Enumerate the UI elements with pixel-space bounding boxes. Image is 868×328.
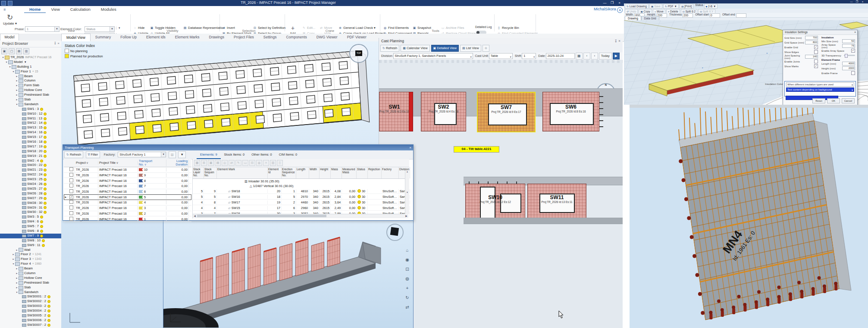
tree-item-sw30006-2[interactable]: SW30006 : 2 [0,318,61,323]
reset-button[interactable]: Reset [812,98,825,103]
grid-tool-icon[interactable]: ⊟ [249,160,255,166]
tree-item-sw25-27[interactable]: SW25 : 27 [0,187,61,191]
tree-item-sw6-8[interactable]: SW6 : 8 [0,229,61,234]
tree-item-column[interactable]: ▸Column [0,78,61,83]
viewer-tab-pdf-viewer[interactable]: PDF Viewer [342,34,371,41]
eye-icon[interactable]: ◉ [404,256,410,263]
tree-item-sw30002-2[interactable]: SW30002 : 2 [0,299,61,304]
today-button[interactable]: Today [599,53,612,59]
grid-tool-icon[interactable]: ▣ [208,160,214,166]
tree-item-hollow-core[interactable]: ▸Hollow Core [0,88,61,93]
user-badge[interactable]: MichalSikora A [583,7,623,13]
row-checkbox[interactable]: ✓ [69,195,73,199]
ribbon-item-find-elements[interactable]: ◍ Find Elements [383,26,409,30]
tree-item-sw30001-2[interactable]: SW30001 : 2 [0,294,61,299]
field-offset-end[interactable] [736,13,746,18]
grid-tool-icon[interactable]: ⊞ [201,160,207,166]
grid-tool-icon[interactable]: ▯ [277,160,283,166]
tree-item-sw30004-2[interactable]: SW30004 : 2 [0,309,61,313]
setting-field[interactable]: 75 [842,44,855,48]
scroll-left-icon[interactable]: ◀ [193,214,197,218]
viewer-tab-follow-up[interactable]: Follow Up [116,34,141,41]
tree-item-sw29-31[interactable]: SW29 : 31 [0,206,61,210]
setting-checkbox[interactable]: ✓ [814,45,818,49]
ribbon-item-edit-[interactable]: ✎ Edit... [302,26,315,30]
tree-item-model[interactable]: ▾Model▼ [0,60,61,65]
ribbon-item-recycle-bin[interactable]: ▯ Recycle Bin [497,26,519,30]
transport-row[interactable]: ▶✓TR_2026IMPACT Precast 1650,00 [64,194,191,200]
transport-row[interactable]: TR_2026IMPACT Precast 1610,00 [64,216,191,222]
viewer-tab-model-view[interactable]: Model View [61,34,91,41]
status-select[interactable]: ■ 2-B ▼ [704,4,718,9]
color-mode-select[interactable]: When different insulation types are used… [786,82,854,87]
tree-item-sw30005-2[interactable]: SW30005 : 2 [0,313,61,318]
stack-icon-button[interactable]: ▥ [169,151,176,158]
cast-view-list-view[interactable]: ▤ List View [460,45,481,52]
cancel-button[interactable]: Cancel [842,98,855,103]
setting-checkbox[interactable]: ✓ [851,49,855,53]
dropdown-button[interactable]: ▼ [178,151,185,158]
element-row[interactable]: 48▱ SW17192446034026153,640,0030StruSoft… [193,200,409,205]
cast-view-detailed-view[interactable]: ▣ Detailed View [431,45,459,52]
tree-item-beam[interactable]: ▸Beam [0,266,61,271]
scroll-thumb[interactable] [197,215,326,217]
load-drawing-button[interactable]: ↻ Load Drawing [625,4,649,9]
cast-unit-select[interactable]: Table▼ [489,53,513,59]
tree-item-sw30-32[interactable]: SW30 : 32 [0,210,61,215]
row-checkbox[interactable] [69,189,73,193]
shift-select[interactable]: 1▼ [522,53,536,59]
tree-item-sw22-24[interactable]: SW22 : 24 [0,172,61,177]
setting-checkbox[interactable] [814,50,818,54]
setting-field[interactable]: 50 [842,39,855,43]
tree-item-sw17-19[interactable]: SW17 : 19 [0,144,61,149]
tree-item-sw5-7[interactable]: SW5 : 7 [0,224,61,229]
tree-item-wall[interactable]: ▸Wall [0,248,61,253]
ribbon-item-archive-files[interactable]: ▭ Archive Files [441,26,464,30]
tree-item-sw30007-2[interactable]: SW30007 : 2 [0,323,61,328]
view-cube[interactable]: TOP [355,50,362,56]
row-checkbox[interactable] [69,200,73,204]
setting-field[interactable]: 2000 [842,66,855,70]
transport-row[interactable]: TR_2026IMPACT Precast 16100,00 [64,167,191,173]
element-row[interactable]: 59▱ SW18201481034026154,080,0030StruSoft… [193,188,409,194]
phase-select[interactable]: 1▼ [25,26,60,32]
tree-item-sw27-29[interactable]: SW27 : 29 [0,196,61,201]
tree-item-floor-2[interactable]: ▸Floor 2+ 1241 [0,252,61,257]
rebar-viewport[interactable]: MN4Id: 1961 Es: 0 [630,108,868,328]
close-button[interactable]: × [616,0,623,6]
tree-item-floor-3[interactable]: ▸Floor 3+ 1343 [0,257,61,262]
view-mode-icon[interactable]: ▢ [9,48,15,54]
grid-tool-icon[interactable]: ▦ [194,160,200,166]
tree-item-sw26-28[interactable]: SW26 : 28 [0,191,61,196]
viewer-tab-dwg-viewer[interactable]: DWG Viewer [312,34,342,41]
minimize-button[interactable]: — [601,0,608,6]
vertical-scrollbar[interactable]: ▲▼ [405,170,409,214]
drawing-canvas[interactable]: ++ Insulation Settings× Grid Size (mm)70… [624,20,868,105]
expand-icon[interactable]: ▥ [23,48,29,54]
tree-item-tr-2026[interactable]: ▾TR_2026IMPACT Precast 16 [0,55,61,60]
view-cube[interactable] [386,224,404,241]
tree-item-sw2-4[interactable]: SW2 : 4 [0,159,61,163]
tree-item-sw3-5[interactable]: SW3 : 5 [0,215,61,219]
transport-3d-view[interactable]: ⌂ ◉ ⊡ ◍ + ↻ ⇄ [163,220,414,328]
ribbon-tab-home[interactable]: Home [24,6,46,13]
element-color-select[interactable]: Status▼ [85,26,115,32]
next-day-icon[interactable]: › [591,53,598,59]
settings-gear-icon[interactable]: ⊛ [483,45,489,52]
tree-item-sw30003-2[interactable]: SW30003 : 2 [0,304,61,309]
tree-item-prestressed-slab[interactable]: ▸Prestressed Slab [0,281,61,285]
viewer-tab-summary[interactable]: Summary [91,34,116,41]
division-select[interactable]: StruSoft Factory 1, Sandwich Panels▼ [393,53,473,59]
tree-item-sw23-25[interactable]: SW23 : 25 [0,177,61,182]
horizontal-scrollbar[interactable]: ◀ ▶ [193,214,408,218]
text-mode-select[interactable]: Text content depending on background▼ [786,87,854,92]
cast-planning-canvas[interactable]: NWE TOP SW1Proj:TR_2026 Id:3 Es:19SW2Pro… [379,60,623,328]
transport-tab-cim-items-0[interactable]: CIM Items: 0 [276,150,301,159]
update-button[interactable]: ↻ Update ▾ [3,14,17,25]
setting-slider[interactable] [844,55,855,56]
tree-item-slab[interactable]: ▸Slab [0,285,61,290]
row-checkbox[interactable] [69,184,73,187]
save-button[interactable]: ▣ Save [649,4,662,9]
row-checkbox[interactable] [69,217,73,221]
rotate-icon[interactable]: ↻ [404,294,410,301]
